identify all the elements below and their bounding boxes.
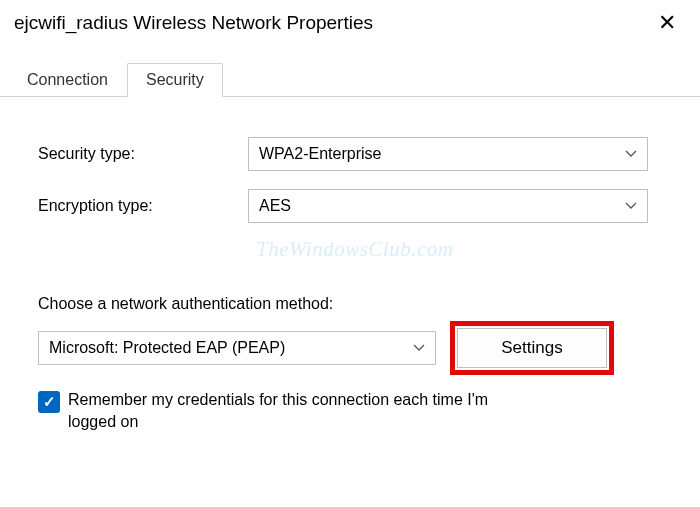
chevron-down-icon <box>625 199 637 213</box>
encryption-type-select[interactable]: AES <box>248 189 648 223</box>
auth-method-select[interactable]: Microsoft: Protected EAP (PEAP) <box>38 331 436 365</box>
watermark-text: TheWindowsClub.com <box>256 237 453 262</box>
tab-security[interactable]: Security <box>127 63 223 97</box>
auth-method-label: Choose a network authentication method: <box>38 295 666 313</box>
tab-connection[interactable]: Connection <box>8 63 127 97</box>
security-type-label: Security type: <box>38 145 248 163</box>
encryption-type-label: Encryption type: <box>38 197 248 215</box>
settings-highlight: Settings <box>450 321 614 375</box>
window-title: ejcwifi_radius Wireless Network Properti… <box>14 12 373 34</box>
close-button[interactable]: ✕ <box>652 8 682 38</box>
encryption-type-value: AES <box>259 197 291 215</box>
auth-method-value: Microsoft: Protected EAP (PEAP) <box>49 339 285 357</box>
chevron-down-icon <box>625 147 637 161</box>
close-icon: ✕ <box>658 10 676 35</box>
security-type-value: WPA2-Enterprise <box>259 145 381 163</box>
settings-button[interactable]: Settings <box>457 328 607 368</box>
chevron-down-icon <box>413 341 425 355</box>
checkmark-icon: ✓ <box>43 393 56 411</box>
tab-strip: Connection Security <box>0 44 700 97</box>
remember-credentials-checkbox[interactable]: ✓ <box>38 391 60 413</box>
remember-credentials-label: Remember my credentials for this connect… <box>68 389 518 432</box>
security-type-select[interactable]: WPA2-Enterprise <box>248 137 648 171</box>
